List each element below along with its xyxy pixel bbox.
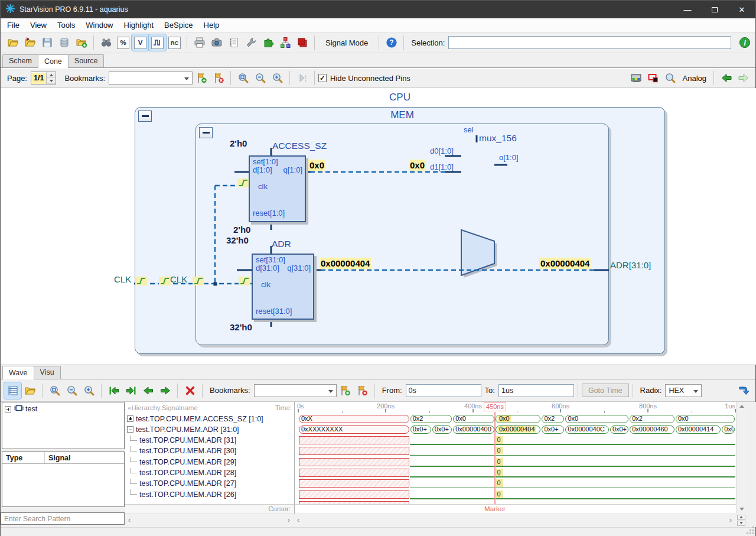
help-icon[interactable]: ?: [383, 34, 400, 51]
signal-row[interactable]: test.TOP.CPU.MEM.ACCESS_SZ [1:0]: [125, 414, 294, 424]
delete-icon[interactable]: [181, 382, 198, 399]
tab-visu[interactable]: Visu: [34, 366, 61, 379]
hierarchy-column-header[interactable]: «Hierarchy.Signalname: [128, 404, 198, 414]
menu-item-highlight[interactable]: Highlight: [119, 19, 159, 31]
forward-arrow-icon[interactable]: [735, 70, 752, 86]
wave-bookmarks-dropdown[interactable]: [254, 384, 337, 397]
signal-row[interactable]: test.TOP.CPU.MEM.ADR [31]: [125, 435, 294, 446]
tab-source[interactable]: Source: [68, 54, 105, 67]
menu-item-file[interactable]: File: [2, 19, 25, 31]
adr-register[interactable]: set[31:0] d[31:0] q[31:0] clk reset[31:0…: [252, 254, 314, 320]
mem-collapse-button[interactable]: [199, 127, 213, 138]
close-button[interactable]: ✕: [728, 1, 755, 18]
wave-add-bookmark-icon[interactable]: [337, 382, 354, 399]
next-edge-icon[interactable]: [157, 382, 174, 399]
wave-zoom-in-icon[interactable]: [80, 382, 97, 399]
maximize-button[interactable]: [701, 1, 728, 18]
expand-icon[interactable]: [5, 406, 11, 412]
tab-schem[interactable]: Schem: [2, 54, 38, 67]
hide-unconnected-pins-checkbox[interactable]: ✓: [318, 74, 327, 82]
find-icon[interactable]: [97, 34, 115, 51]
goto-time-button[interactable]: Goto Time: [582, 384, 629, 397]
signal-row[interactable]: test.TOP.CPU.MEM.ADR [27]: [125, 478, 294, 489]
signal-row[interactable]: test.TOP.CPU.MEM.ADR [31:0]: [125, 424, 294, 435]
add-bookmark-icon[interactable]: [193, 70, 210, 86]
zoom-in-icon[interactable]: [269, 70, 286, 86]
signal-names-panel[interactable]: «Hierarchy.Signalname Time: test.TOP.CPU…: [125, 402, 294, 504]
menu-item-view[interactable]: View: [25, 19, 52, 31]
plot-h-scrollbar[interactable]: ‹›: [294, 514, 736, 527]
settings-wrench-icon[interactable]: [242, 34, 259, 51]
waveform-plot[interactable]: 0s200ns400ns600ns800ns1us0xX0x20x00x00x2…: [294, 402, 736, 504]
search-pattern-input[interactable]: Enter Search Pattern: [1, 512, 125, 525]
goto-end-icon[interactable]: [122, 382, 139, 399]
database-icon[interactable]: [56, 34, 73, 51]
row-height-spinner[interactable]: [736, 514, 746, 527]
wave-zoom-out-icon[interactable]: [63, 382, 80, 399]
collapse-icon[interactable]: [127, 426, 133, 433]
bookmarks-dropdown[interactable]: [109, 72, 193, 85]
percent-mode-button[interactable]: %: [115, 34, 132, 51]
access-sz-register[interactable]: set[1:0] d[1:0] q[1:0] clk reset[1:0]: [249, 155, 306, 222]
load-waves-icon[interactable]: [21, 382, 38, 399]
zoom-out-icon[interactable]: [252, 70, 269, 86]
tab-wave[interactable]: Wave: [2, 366, 34, 379]
zoom-fit-icon[interactable]: [234, 70, 252, 86]
zoom-region-icon[interactable]: [645, 70, 662, 86]
from-input[interactable]: [406, 384, 481, 397]
signal-mode-button[interactable]: Signal Mode: [322, 36, 372, 50]
wave-mode-button[interactable]: [149, 34, 166, 51]
tab-cone[interactable]: Cone: [38, 54, 69, 68]
schematic-canvas[interactable]: set[1:0] d[1:0] q[1:0] clk reset[1:0] se…: [1, 88, 756, 365]
delete-bookmark-icon[interactable]: [210, 70, 227, 86]
type-signal-panel[interactable]: Type Signal: [2, 451, 125, 507]
prev-edge-icon[interactable]: [139, 382, 157, 399]
dock-arrow-icon[interactable]: [735, 382, 752, 399]
save-icon[interactable]: [38, 34, 56, 51]
tree-item-test[interactable]: test: [2, 402, 124, 414]
selection-input[interactable]: [448, 36, 731, 49]
open-icon[interactable]: [4, 34, 21, 51]
overview-window-icon[interactable]: [628, 70, 645, 86]
resize-grip[interactable]: [747, 527, 754, 534]
radix-dropdown[interactable]: HEX: [665, 384, 702, 397]
signal-row[interactable]: test.TOP.CPU.MEM.ADR [28]: [125, 467, 294, 478]
signal-row[interactable]: test.TOP.CPU.MEM.ADR [29]: [125, 457, 294, 467]
analog-button[interactable]: Analog: [683, 74, 706, 83]
expand-icon[interactable]: [127, 415, 133, 422]
signal-row[interactable]: test.TOP.CPU.MEM.ADR [26]: [125, 489, 294, 500]
report-icon[interactable]: [225, 34, 242, 51]
signal-column-header[interactable]: Signal: [45, 452, 74, 463]
goto-start-icon[interactable]: [105, 382, 122, 399]
menu-item-tools[interactable]: Tools: [52, 19, 80, 31]
magnifier-icon[interactable]: [662, 70, 679, 86]
plugin-icon[interactable]: [259, 34, 276, 51]
type-column-header[interactable]: Type: [2, 452, 45, 463]
add-library-icon[interactable]: [73, 34, 90, 51]
menu-item-help[interactable]: Help: [198, 19, 225, 31]
plot-v-scrollbar[interactable]: [736, 402, 746, 514]
wave-delete-bookmark-icon[interactable]: [354, 382, 371, 399]
voltage-mode-button[interactable]: V: [132, 34, 149, 51]
menu-item-bespice[interactable]: BeSpice: [159, 19, 198, 31]
cpu-collapse-button[interactable]: [138, 111, 152, 122]
open-recent-icon[interactable]: [21, 34, 38, 51]
names-h-scrollbar[interactable]: ‹›: [125, 514, 294, 527]
page-spinner[interactable]: 1/1: [31, 72, 56, 85]
rc-mode-button[interactable]: RC: [166, 34, 183, 51]
time-marker-line[interactable]: [494, 412, 496, 504]
snapshot-icon[interactable]: [208, 34, 225, 51]
stop-record-icon[interactable]: [294, 34, 311, 51]
design-tree-panel[interactable]: test: [2, 402, 125, 449]
wave-zoom-fit-icon[interactable]: [46, 382, 63, 399]
minimize-button[interactable]: —: [674, 1, 701, 18]
signal-row[interactable]: test.TOP.CPU.MEM.ADR [30]: [125, 446, 294, 456]
hide-unconnected-pins-label[interactable]: Hide Unconnected Pins: [330, 74, 410, 83]
to-input[interactable]: [498, 384, 574, 397]
step-forward-icon[interactable]: [294, 70, 311, 86]
signal-list-icon[interactable]: [4, 382, 21, 399]
print-icon[interactable]: [191, 34, 208, 51]
hierarchy-icon[interactable]: [276, 34, 294, 51]
menu-item-window[interactable]: Window: [80, 19, 118, 31]
back-arrow-icon[interactable]: [718, 70, 735, 86]
